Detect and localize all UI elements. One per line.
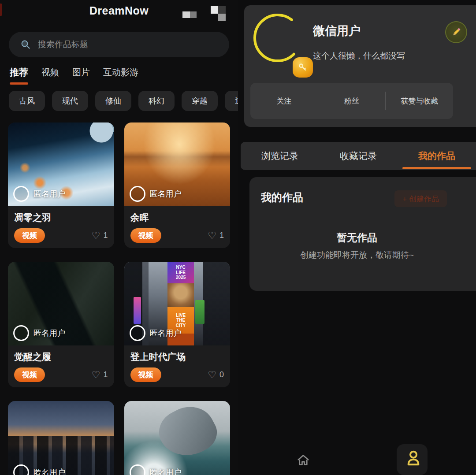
thumbnail-art [8,401,114,475]
author-avatar [13,186,29,202]
heart-icon: ♡ [208,231,216,241]
like-count: 1 [219,231,224,240]
nav-home-button[interactable] [295,452,311,468]
blurred-close-icon[interactable] [211,6,226,21]
profile-bio: 这个人很懒，什么都没写 [313,50,405,62]
billboard-text: NYC LIFE 2025 [167,262,194,283]
heart-icon: ♡ [92,231,100,241]
category-chip[interactable]: 古风 [9,91,45,111]
category-chip[interactable]: 现代 [52,91,88,111]
like-button[interactable]: ♡0 [208,370,224,380]
category-chip[interactable]: 穿越 [182,91,218,111]
work-meta: 视频♡0 [130,367,224,382]
author-name: 匿名用户 [150,467,182,475]
author-row: 匿名用户 [130,186,182,202]
like-count: 0 [219,370,224,379]
stat-item[interactable]: 粉丝 [318,96,386,106]
my-works-title: 我的作品 [261,190,303,204]
work-info: 登上时代广场视频♡0 [124,345,231,387]
author-name: 匿名用户 [33,467,65,475]
profile-tab[interactable]: 收藏记录 [319,142,398,170]
work-thumbnail: 匿名用户 [8,122,114,206]
work-thumbnail: 匿名用户 [124,122,231,206]
heart-icon: ♡ [92,370,100,380]
author-name: 匿名用户 [150,189,182,199]
work-card[interactable]: NYC LIFE 2025LIVE THE CITY匿名用户登上时代广场视频♡0 [124,262,231,387]
profile-stats: 关注粉丝获赞与收藏 [250,83,453,119]
author-name: 匿名用户 [150,328,182,338]
author-avatar [13,464,29,475]
category-chip[interactable]: 修仙 [95,91,131,111]
empty-state-subtitle: 创建功能即将开放，敬请期待~ [249,249,465,261]
work-card[interactable]: 匿名用户 [124,401,231,475]
search-input[interactable] [38,40,229,49]
type-badge: 视频 [130,367,161,382]
blurred-more-icon[interactable] [182,11,197,18]
home-icon [295,452,311,468]
create-work-button[interactable]: + 创建作品 [394,190,447,207]
app-screenshot: DreamNow 推荐视频图片互动影游 古风现代修仙科幻穿越逆袭 匿名用户凋零之… [0,0,476,475]
profile-header-card: 微信用户 这个人很懒，什么都没写 关注粉丝获赞与收藏 [244,5,476,127]
author-name: 匿名用户 [33,328,65,338]
work-card[interactable]: 匿名用户余晖视频♡1 [124,122,231,248]
type-badge: 视频 [130,228,161,243]
miniapp-capsule [175,3,232,23]
work-meta: 视频♡1 [130,228,224,243]
work-info: 凋零之羽视频♡1 [8,206,114,248]
work-card[interactable]: 匿名用户觉醒之履视频♡1 [8,262,114,387]
stat-item[interactable]: 关注 [250,96,318,106]
discover-tabs: 推荐视频图片互动影游 [10,66,138,85]
stat-item[interactable]: 获赞与收藏 [386,96,453,106]
author-name: 匿名用户 [33,189,65,199]
work-title: 余晖 [130,212,224,224]
person-icon [405,449,422,468]
discover-tab[interactable]: 视频 [41,67,59,85]
like-count: 1 [103,231,108,240]
discover-tab[interactable]: 推荐 [10,66,28,85]
work-title: 登上时代广场 [130,351,224,363]
thumbnail-art [124,401,231,475]
work-info: 觉醒之履视频♡1 [8,345,114,387]
work-card[interactable]: 匿名用户凋零之羽视频♡1 [8,122,114,248]
like-button[interactable]: ♡1 [92,231,108,241]
author-row: 匿名用户 [130,464,182,475]
discover-tab[interactable]: 图片 [72,67,90,85]
author-avatar [13,325,29,341]
category-chip[interactable]: 科幻 [138,91,175,111]
author-avatar [130,325,145,341]
work-thumbnail: NYC LIFE 2025LIVE THE CITY匿名用户 [124,262,231,345]
work-thumbnail: 匿名用户 [8,262,114,345]
profile-panel: 微信用户 这个人很懒，什么都没写 关注粉丝获赞与收藏 浏览记录收藏记录我的作品 … [238,0,476,475]
pencil-icon [450,26,462,38]
work-meta: 视频♡1 [14,367,108,382]
like-count: 1 [103,370,108,379]
discover-tab[interactable]: 互动影游 [103,67,138,85]
category-chips: 古风现代修仙科幻穿越逆袭 [9,91,238,111]
search-bar[interactable] [9,32,229,57]
green-billboard [195,300,205,323]
whale-shape [152,401,223,466]
profile-avatar[interactable] [251,11,306,67]
record-tabs: 浏览记录收藏记录我的作品 [241,142,476,170]
author-row: 匿名用户 [130,325,182,341]
type-badge: 视频 [14,228,45,243]
key-icon [297,62,309,73]
like-button[interactable]: ♡1 [92,370,108,380]
search-icon [20,39,31,50]
work-card[interactable]: 匿名用户 [8,401,114,475]
edit-profile-button[interactable] [445,21,467,43]
author-avatar [130,186,145,202]
author-avatar [130,464,145,475]
profile-tab[interactable]: 我的作品 [398,142,476,170]
work-thumbnail: 匿名用户 [124,401,231,475]
author-row: 匿名用户 [13,186,65,202]
work-title: 觉醒之履 [14,351,108,363]
my-works-card: 我的作品 + 创建作品 暂无作品 创建功能即将开放，敬请期待~ [249,177,476,291]
like-button[interactable]: ♡1 [208,231,224,241]
empty-state-title: 暂无作品 [249,231,465,245]
discover-panel: DreamNow 推荐视频图片互动影游 古风现代修仙科幻穿越逆袭 匿名用户凋零之… [0,0,238,475]
profile-tab[interactable]: 浏览记录 [241,142,319,170]
category-chip[interactable]: 逆袭 [225,91,238,111]
author-row: 匿名用户 [13,464,65,475]
nav-profile-button[interactable] [405,449,422,468]
